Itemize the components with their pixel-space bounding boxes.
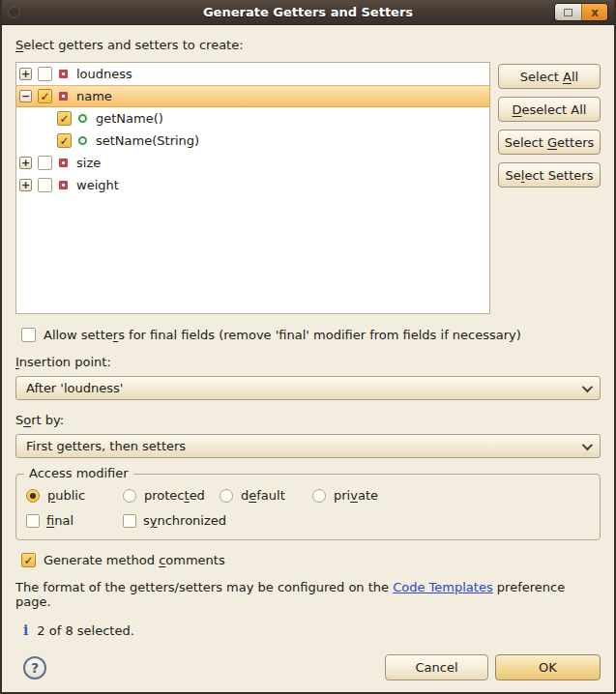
button-label: Select All [520, 70, 578, 84]
tree-row-setname[interactable]: ✓ setName(String) [16, 130, 489, 152]
tree-row-label: setName(String) [96, 133, 199, 148]
generate-getters-setters-dialog: Generate Getters and Setters x Select ge… [0, 0, 616, 694]
collapse-icon[interactable]: − [19, 90, 32, 102]
insertion-point-label: Insertion point: [15, 355, 601, 371]
allow-setters-final-checkbox[interactable]: Allow setters for final fields (remove '… [15, 328, 601, 342]
radio-icon[interactable] [123, 489, 136, 503]
radio-public[interactable]: public [26, 488, 123, 503]
code-templates-link[interactable]: Code Templates [393, 580, 493, 594]
status-row: i 2 of 8 selected. [15, 622, 601, 638]
button-label: OK [539, 660, 557, 675]
info-icon: i [23, 622, 28, 638]
field-icon [59, 70, 68, 78]
tree-row-label: weight [76, 178, 119, 192]
tree-row-label: name [76, 89, 112, 103]
ok-button[interactable]: OK [495, 654, 601, 680]
checkbox[interactable] [21, 328, 36, 342]
insertion-point-combo[interactable]: After 'loudness' [15, 376, 601, 400]
chevron-down-icon [582, 439, 593, 449]
tree-row-weight[interactable]: + weight [16, 174, 489, 196]
format-note-prefix: The format of the getters/setters may be… [15, 580, 393, 594]
tree-row-loudness[interactable]: + loudness [16, 63, 489, 85]
method-icon [78, 136, 87, 145]
field-icon [59, 159, 68, 167]
tree-row-label: size [76, 156, 101, 170]
format-note: The format of the getters/setters may be… [15, 580, 601, 609]
generate-comments-checkbox[interactable]: ✓ Generate method comments [15, 553, 601, 567]
radio-label: public [47, 488, 85, 503]
radio-label: private [334, 488, 378, 503]
check-icon: ✓ [23, 555, 33, 566]
checkbox-name[interactable]: ✓ [38, 89, 52, 103]
selection-buttons: Select All Deselect All Select Getters S… [498, 62, 601, 314]
maximize-button[interactable] [555, 4, 581, 20]
checkbox-loudness[interactable] [38, 67, 52, 81]
radio-icon[interactable] [220, 489, 233, 503]
select-getters-button[interactable]: Select Getters [498, 130, 601, 155]
sort-by-label: Sort by: [15, 413, 601, 429]
window-title: Generate Getters and Setters [2, 5, 614, 19]
button-label: Select Setters [506, 168, 594, 183]
radio-icon[interactable] [26, 489, 40, 503]
checkbox[interactable]: ✓ [21, 553, 36, 567]
tree-row-label: getName() [96, 111, 163, 126]
bottom-bar: ? Cancel OK [15, 654, 601, 680]
expand-icon[interactable]: + [19, 68, 32, 80]
maximize-icon [564, 9, 572, 16]
field-icon [59, 181, 68, 189]
tree-row-label: loudness [76, 67, 132, 81]
getter-setter-tree[interactable]: + loudness − ✓ name ✓ getName() [15, 62, 490, 314]
title-bar[interactable]: Generate Getters and Setters x [2, 0, 614, 25]
cancel-button[interactable]: Cancel [385, 654, 488, 680]
question-mark-icon: ? [31, 660, 39, 676]
expand-icon[interactable]: + [19, 179, 32, 191]
checkbox-final[interactable]: final [26, 513, 123, 528]
access-modifier-group: Access modifier public protected default… [15, 474, 601, 540]
field-icon [59, 92, 68, 101]
check-icon: ✓ [59, 135, 69, 147]
tree-caption: Select getters and setters to create: [15, 38, 601, 54]
radio-protected[interactable]: protected [123, 488, 220, 503]
allow-setters-final-label: Allow setters for final fields (remove '… [44, 328, 521, 342]
sort-by-value: First getters, then setters [26, 439, 186, 453]
button-label: Cancel [415, 660, 457, 675]
check-icon: ✓ [40, 91, 49, 102]
method-icon [78, 114, 87, 123]
checkbox-getname[interactable]: ✓ [57, 111, 72, 126]
generate-comments-label: Generate method comments [44, 553, 225, 567]
titlebar-buttons: x [554, 3, 608, 21]
sort-by-combo[interactable]: First getters, then setters [15, 434, 601, 458]
deselect-all-button[interactable]: Deselect All [498, 97, 601, 122]
tree-row-name[interactable]: − ✓ name [16, 85, 489, 107]
tree-row-getname[interactable]: ✓ getName() [16, 107, 489, 130]
radio-label: default [241, 488, 285, 503]
radio-private[interactable]: private [312, 488, 600, 503]
button-label: Deselect All [513, 102, 587, 117]
check-icon: ✓ [59, 113, 69, 125]
tree-row-size[interactable]: + size [16, 152, 489, 174]
checkbox-weight[interactable] [38, 178, 52, 192]
dialog-content: Select getters and setters to create: + … [2, 25, 614, 692]
checkbox-label: final [46, 513, 73, 528]
radio-default[interactable]: default [220, 488, 312, 503]
checkbox-label: synchronized [143, 513, 226, 528]
select-setters-button[interactable]: Select Setters [498, 162, 601, 188]
radio-icon[interactable] [312, 489, 326, 503]
checkbox-size[interactable] [38, 156, 52, 170]
checkbox-synchronized[interactable]: synchronized [123, 513, 220, 528]
help-button[interactable]: ? [23, 656, 46, 680]
checkbox-setname[interactable]: ✓ [57, 133, 72, 148]
select-all-button[interactable]: Select All [498, 64, 601, 89]
close-icon: x [591, 7, 599, 18]
chevron-down-icon [582, 381, 593, 391]
checkbox[interactable] [26, 514, 40, 528]
status-text: 2 of 8 selected. [37, 623, 133, 638]
radio-label: protected [144, 488, 205, 503]
close-button[interactable]: x [581, 4, 607, 20]
expand-icon[interactable]: + [19, 157, 32, 169]
checkbox[interactable] [123, 514, 136, 528]
button-label: Select Getters [505, 135, 595, 150]
access-modifier-legend: Access modifier [24, 466, 133, 480]
insertion-point-value: After 'loudness' [26, 381, 123, 395]
